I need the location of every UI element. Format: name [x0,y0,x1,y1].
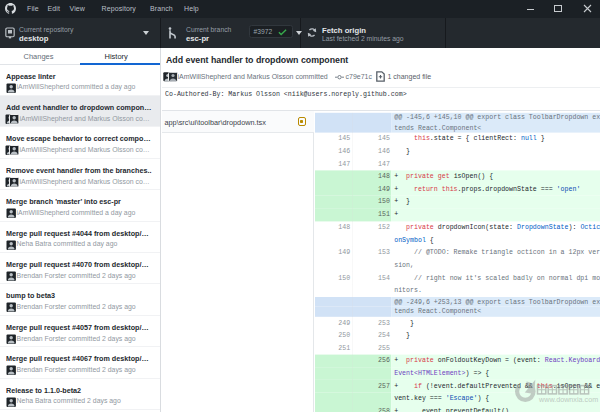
svg-text:www.downxia.com: www.downxia.com [538,395,598,404]
